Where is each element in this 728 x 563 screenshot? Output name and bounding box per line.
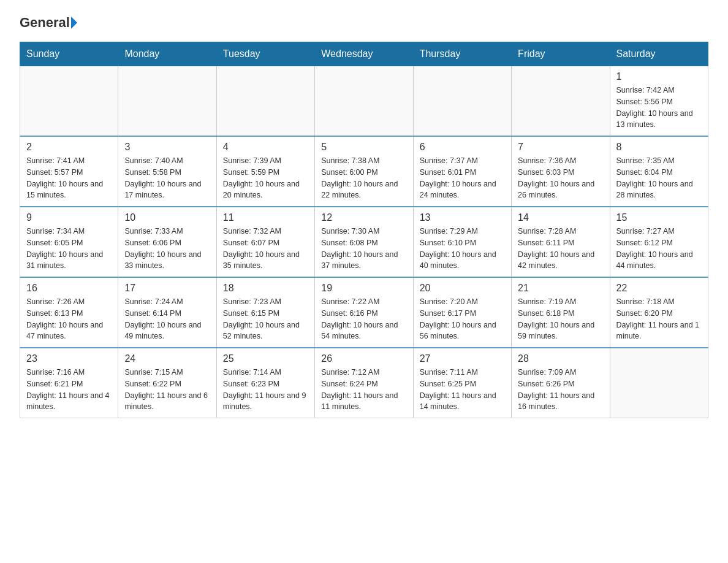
day-info: Sunrise: 7:12 AMSunset: 6:24 PMDaylight:… <box>321 367 406 413</box>
day-info: Sunrise: 7:24 AMSunset: 6:14 PMDaylight:… <box>124 296 210 342</box>
weekday-header-monday: Monday <box>118 42 216 66</box>
calendar-week-row: 16Sunrise: 7:26 AMSunset: 6:13 PMDayligh… <box>20 277 708 348</box>
day-number: 13 <box>420 212 505 223</box>
day-number: 23 <box>26 353 112 364</box>
calendar-cell: 4Sunrise: 7:39 AMSunset: 5:59 PMDaylight… <box>216 136 314 207</box>
calendar-cell: 20Sunrise: 7:20 AMSunset: 6:17 PMDayligh… <box>413 277 511 348</box>
logo: General <box>20 15 77 31</box>
day-number: 16 <box>26 283 112 294</box>
day-number: 2 <box>26 142 112 153</box>
calendar-cell <box>118 66 216 137</box>
day-info: Sunrise: 7:41 AMSunset: 5:57 PMDaylight:… <box>26 155 112 201</box>
logo-general: General <box>20 15 77 31</box>
day-info: Sunrise: 7:20 AMSunset: 6:17 PMDaylight:… <box>420 296 505 342</box>
weekday-header-wednesday: Wednesday <box>315 42 413 66</box>
calendar-cell: 27Sunrise: 7:11 AMSunset: 6:25 PMDayligh… <box>413 348 511 418</box>
calendar-cell: 11Sunrise: 7:32 AMSunset: 6:07 PMDayligh… <box>216 207 314 277</box>
day-info: Sunrise: 7:26 AMSunset: 6:13 PMDaylight:… <box>26 296 112 342</box>
weekday-header-tuesday: Tuesday <box>216 42 314 66</box>
day-info: Sunrise: 7:37 AMSunset: 6:01 PMDaylight:… <box>420 155 505 201</box>
day-info: Sunrise: 7:28 AMSunset: 6:11 PMDaylight:… <box>518 226 603 272</box>
calendar-cell: 26Sunrise: 7:12 AMSunset: 6:24 PMDayligh… <box>315 348 413 418</box>
day-number: 1 <box>616 71 702 82</box>
day-info: Sunrise: 7:27 AMSunset: 6:12 PMDaylight:… <box>616 226 702 272</box>
calendar-cell: 1Sunrise: 7:42 AMSunset: 5:56 PMDaylight… <box>610 66 708 137</box>
day-info: Sunrise: 7:18 AMSunset: 6:20 PMDaylight:… <box>616 296 702 342</box>
day-number: 27 <box>420 353 505 364</box>
calendar-cell: 10Sunrise: 7:33 AMSunset: 6:06 PMDayligh… <box>118 207 216 277</box>
day-number: 11 <box>223 212 308 223</box>
calendar-cell: 16Sunrise: 7:26 AMSunset: 6:13 PMDayligh… <box>20 277 118 348</box>
day-number: 25 <box>223 353 308 364</box>
day-number: 8 <box>616 142 702 153</box>
calendar-cell: 19Sunrise: 7:22 AMSunset: 6:16 PMDayligh… <box>315 277 413 348</box>
calendar-cell <box>610 348 708 418</box>
calendar-header-row: SundayMondayTuesdayWednesdayThursdayFrid… <box>20 42 708 66</box>
calendar-cell: 6Sunrise: 7:37 AMSunset: 6:01 PMDaylight… <box>413 136 511 207</box>
calendar-cell <box>315 66 413 137</box>
calendar-cell: 7Sunrise: 7:36 AMSunset: 6:03 PMDaylight… <box>512 136 610 207</box>
day-info: Sunrise: 7:39 AMSunset: 5:59 PMDaylight:… <box>223 155 308 201</box>
day-info: Sunrise: 7:11 AMSunset: 6:25 PMDaylight:… <box>420 367 505 413</box>
calendar-cell <box>512 66 610 137</box>
calendar-cell: 12Sunrise: 7:30 AMSunset: 6:08 PMDayligh… <box>315 207 413 277</box>
weekday-header-saturday: Saturday <box>610 42 708 66</box>
day-info: Sunrise: 7:14 AMSunset: 6:23 PMDaylight:… <box>223 367 308 413</box>
page-header: General <box>20 15 708 31</box>
calendar-cell: 13Sunrise: 7:29 AMSunset: 6:10 PMDayligh… <box>413 207 511 277</box>
day-number: 19 <box>321 283 406 294</box>
day-number: 7 <box>518 142 603 153</box>
day-info: Sunrise: 7:38 AMSunset: 6:00 PMDaylight:… <box>321 155 406 201</box>
day-number: 17 <box>124 283 210 294</box>
day-number: 3 <box>124 142 210 153</box>
calendar-cell: 17Sunrise: 7:24 AMSunset: 6:14 PMDayligh… <box>118 277 216 348</box>
day-info: Sunrise: 7:35 AMSunset: 6:04 PMDaylight:… <box>616 155 702 201</box>
day-number: 22 <box>616 283 702 294</box>
day-number: 5 <box>321 142 406 153</box>
day-info: Sunrise: 7:33 AMSunset: 6:06 PMDaylight:… <box>124 226 210 272</box>
logo-arrow-icon <box>71 17 77 29</box>
calendar-cell: 28Sunrise: 7:09 AMSunset: 6:26 PMDayligh… <box>512 348 610 418</box>
calendar-cell: 3Sunrise: 7:40 AMSunset: 5:58 PMDaylight… <box>118 136 216 207</box>
calendar-cell <box>413 66 511 137</box>
calendar: SundayMondayTuesdayWednesdayThursdayFrid… <box>20 42 708 418</box>
day-info: Sunrise: 7:23 AMSunset: 6:15 PMDaylight:… <box>223 296 308 342</box>
day-number: 10 <box>124 212 210 223</box>
calendar-cell: 8Sunrise: 7:35 AMSunset: 6:04 PMDaylight… <box>610 136 708 207</box>
calendar-cell: 25Sunrise: 7:14 AMSunset: 6:23 PMDayligh… <box>216 348 314 418</box>
day-info: Sunrise: 7:29 AMSunset: 6:10 PMDaylight:… <box>420 226 505 272</box>
logo-text-general: General <box>20 15 70 31</box>
day-number: 4 <box>223 142 308 153</box>
calendar-cell: 9Sunrise: 7:34 AMSunset: 6:05 PMDaylight… <box>20 207 118 277</box>
day-number: 28 <box>518 353 603 364</box>
day-number: 26 <box>321 353 406 364</box>
day-info: Sunrise: 7:40 AMSunset: 5:58 PMDaylight:… <box>124 155 210 201</box>
calendar-week-row: 23Sunrise: 7:16 AMSunset: 6:21 PMDayligh… <box>20 348 708 418</box>
calendar-cell: 22Sunrise: 7:18 AMSunset: 6:20 PMDayligh… <box>610 277 708 348</box>
day-number: 24 <box>124 353 210 364</box>
calendar-week-row: 2Sunrise: 7:41 AMSunset: 5:57 PMDaylight… <box>20 136 708 207</box>
day-info: Sunrise: 7:34 AMSunset: 6:05 PMDaylight:… <box>26 226 112 272</box>
day-info: Sunrise: 7:15 AMSunset: 6:22 PMDaylight:… <box>124 367 210 413</box>
calendar-cell: 23Sunrise: 7:16 AMSunset: 6:21 PMDayligh… <box>20 348 118 418</box>
calendar-cell: 5Sunrise: 7:38 AMSunset: 6:00 PMDaylight… <box>315 136 413 207</box>
day-number: 20 <box>420 283 505 294</box>
day-number: 6 <box>420 142 505 153</box>
weekday-header-thursday: Thursday <box>413 42 511 66</box>
day-number: 14 <box>518 212 603 223</box>
day-info: Sunrise: 7:42 AMSunset: 5:56 PMDaylight:… <box>616 85 702 131</box>
day-info: Sunrise: 7:22 AMSunset: 6:16 PMDaylight:… <box>321 296 406 342</box>
calendar-cell <box>216 66 314 137</box>
calendar-cell: 18Sunrise: 7:23 AMSunset: 6:15 PMDayligh… <box>216 277 314 348</box>
day-number: 15 <box>616 212 702 223</box>
day-number: 21 <box>518 283 603 294</box>
calendar-cell: 24Sunrise: 7:15 AMSunset: 6:22 PMDayligh… <box>118 348 216 418</box>
calendar-week-row: 1Sunrise: 7:42 AMSunset: 5:56 PMDaylight… <box>20 66 708 137</box>
calendar-cell <box>20 66 118 137</box>
weekday-header-sunday: Sunday <box>20 42 118 66</box>
calendar-cell: 15Sunrise: 7:27 AMSunset: 6:12 PMDayligh… <box>610 207 708 277</box>
weekday-header-friday: Friday <box>512 42 610 66</box>
day-info: Sunrise: 7:36 AMSunset: 6:03 PMDaylight:… <box>518 155 603 201</box>
day-info: Sunrise: 7:30 AMSunset: 6:08 PMDaylight:… <box>321 226 406 272</box>
day-number: 12 <box>321 212 406 223</box>
